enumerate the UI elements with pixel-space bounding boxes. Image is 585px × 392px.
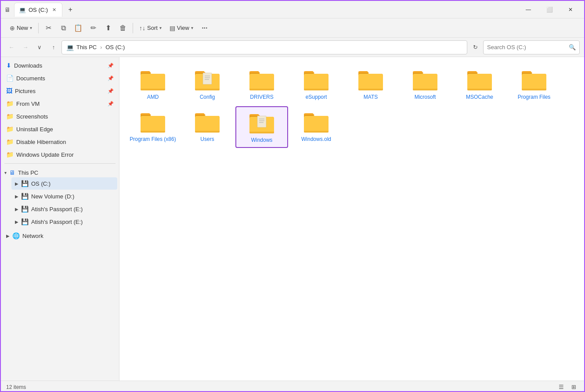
this-pc-expand-icon: ▾: [4, 170, 7, 175]
sidebar-label-downloads: Downloads: [14, 62, 105, 69]
list-view-button[interactable]: ☰: [556, 382, 567, 392]
refresh-button[interactable]: ↻: [469, 41, 481, 54]
passport-e1-drive-icon: 💾: [21, 205, 29, 212]
sidebar: ⬇ Downloads 📌 📄 Documents 📌 🖼 Pictures 📌…: [1, 57, 119, 381]
toolbar: ⊕ New ▾ ✂ ⧉ 📋 ✏ ⬆ 🗑 ↑↓ Sort ▾ ▤ View ▾ ·…: [1, 18, 584, 38]
pin-icon-pictures: 📌: [108, 88, 114, 94]
tab-os-c[interactable]: 💻 OS (C:) ✕: [14, 3, 62, 17]
new-volume-expand-icon: ▶: [15, 194, 18, 199]
sidebar-item-documents[interactable]: 📄 Documents 📌: [3, 72, 117, 84]
folder-item-mats[interactable]: MATS: [344, 64, 397, 104]
network-icon: 🌐: [12, 232, 20, 239]
view-button[interactable]: ▤ View ▾: [166, 21, 197, 35]
folder-item-program-files-(x86)[interactable]: Program Files (x86): [126, 106, 179, 148]
folder-label-program-files: Program Files: [518, 94, 551, 101]
sidebar-label-passport-e1: Atish's Passport (E:): [31, 206, 114, 212]
forward-button[interactable]: →: [19, 41, 32, 54]
search-input[interactable]: [487, 44, 566, 50]
pin-icon-documents: 📌: [108, 76, 114, 81]
folder-icon-drivers: [248, 68, 276, 92]
sidebar-item-downloads[interactable]: ⬇ Downloads 📌: [3, 59, 117, 72]
more-options-button[interactable]: ···: [198, 21, 212, 35]
sidebar-label-pictures: Pictures: [15, 88, 105, 94]
title-bar-controls: — ⬜ ✕: [518, 3, 581, 17]
folder-item-esupport[interactable]: eSupport: [290, 64, 343, 104]
sidebar-item-windows-update-error[interactable]: 📁 Windows Update Error: [3, 148, 117, 161]
uninstall-edge-icon: 📁: [6, 126, 14, 133]
folder-item-windows[interactable]: Windows: [235, 106, 288, 148]
folder-icon-esupport: [302, 68, 330, 92]
sort-caret-icon: ▾: [159, 25, 162, 30]
windows-update-error-icon: 📁: [6, 151, 14, 158]
breadcrumb-this-pc[interactable]: This PC: [76, 44, 97, 50]
folder-item-program-files[interactable]: Program Files: [508, 64, 560, 104]
folder-item-drivers[interactable]: DRIVERS: [235, 64, 288, 104]
title-bar-left: 🖥 💻 OS (C:) ✕ +: [4, 3, 518, 17]
sidebar-label-uninstall-edge: Uninstall Edge: [16, 126, 114, 133]
folder-item-config[interactable]: Config: [181, 64, 234, 104]
folder-label-program-files-(x86): Program Files (x86): [130, 136, 176, 143]
pin-icon-downloads: 📌: [108, 63, 114, 68]
sidebar-item-disable-hibernation[interactable]: 📁 Disable Hibernation: [3, 136, 117, 148]
paste-button[interactable]: 📋: [71, 21, 85, 35]
new-button[interactable]: ⊕ New ▾: [6, 21, 36, 35]
delete-button[interactable]: 🗑: [116, 21, 130, 35]
back-button[interactable]: ←: [5, 41, 18, 54]
sidebar-item-screenshots[interactable]: 📁 Screenshots: [3, 110, 117, 122]
folder-item-amd[interactable]: AMD: [126, 64, 179, 104]
sort-label: Sort: [147, 25, 158, 31]
sidebar-item-atish-passport-e1[interactable]: ▶ 💾 Atish's Passport (E:): [11, 203, 117, 215]
up-button[interactable]: ↑: [47, 41, 60, 54]
maximize-button[interactable]: ⬜: [539, 3, 560, 17]
cut-button[interactable]: ✂: [41, 21, 55, 35]
tab-close-button[interactable]: ✕: [51, 6, 58, 13]
address-input[interactable]: 💻 This PC › OS (C:): [61, 40, 467, 54]
status-bar: 12 items ☰ ⊞: [1, 381, 584, 392]
new-icon: ⊕: [10, 25, 15, 32]
sidebar-child-drives: ▶ 💾 OS (C:) ▶ 💾 New Volume (D:) ▶ 💾 Atis…: [1, 177, 119, 228]
network-expand-icon: ▶: [6, 234, 10, 238]
close-button[interactable]: ✕: [560, 3, 581, 17]
folder-label-amd: AMD: [147, 94, 159, 101]
folder-item-windows.old[interactable]: Windows.old: [290, 106, 343, 148]
folder-label-microsoft: Microsoft: [415, 94, 436, 101]
os-c-expand-icon: ▶: [15, 181, 18, 186]
folder-label-msocache: MSOCache: [466, 94, 493, 101]
sidebar-label-from-vm: From VM: [16, 101, 105, 107]
minimize-button[interactable]: —: [518, 3, 538, 17]
sidebar-item-pictures[interactable]: 🖼 Pictures 📌: [3, 85, 117, 97]
copy-button[interactable]: ⧉: [56, 21, 70, 35]
sidebar-section-this-pc[interactable]: ▾ 🖥 This PC: [1, 166, 119, 177]
folder-label-users: Users: [200, 136, 214, 143]
breadcrumb-os-c[interactable]: OS (C:): [105, 44, 125, 50]
sidebar-item-os-c[interactable]: ▶ 💾 OS (C:): [11, 177, 117, 190]
sidebar-item-new-volume-d[interactable]: ▶ 💾 New Volume (D:): [11, 190, 117, 202]
folder-icon-windows.old: [302, 110, 330, 134]
share-button[interactable]: ⬆: [101, 21, 115, 35]
search-box[interactable]: 🔍: [483, 40, 580, 54]
sidebar-item-network[interactable]: ▶ 🌐 Network: [3, 230, 117, 242]
folder-label-config: Config: [200, 94, 215, 101]
new-tab-button[interactable]: +: [64, 4, 76, 16]
view-caret-icon: ▾: [191, 25, 193, 30]
os-c-drive-icon: 💾: [21, 180, 29, 187]
passport-e2-expand-icon: ▶: [15, 219, 18, 224]
svg-rect-0: [203, 73, 212, 84]
folder-item-users[interactable]: Users: [181, 106, 234, 148]
sidebar-label-new-volume: New Volume (D:): [31, 193, 114, 200]
sidebar-label-os-c: OS (C:): [31, 180, 114, 187]
screenshots-icon: 📁: [6, 113, 14, 120]
rename-button[interactable]: ✏: [86, 21, 100, 35]
grid-view-button[interactable]: ⊞: [568, 382, 579, 392]
sidebar-item-atish-passport-e2[interactable]: ▶ 💾 Atish's Passport (E:): [11, 216, 117, 228]
folder-item-microsoft[interactable]: Microsoft: [399, 64, 451, 104]
sidebar-item-uninstall-edge[interactable]: 📁 Uninstall Edge: [3, 123, 117, 135]
folder-icon-amd: [139, 68, 167, 92]
folder-item-msocache[interactable]: MSOCache: [453, 64, 506, 104]
dropdown-button[interactable]: ∨: [33, 41, 46, 54]
sidebar-item-from-vm[interactable]: 📁 From VM 📌: [3, 97, 117, 110]
pictures-icon: 🖼: [6, 87, 12, 94]
folder-icon-mats: [357, 68, 385, 92]
sort-button[interactable]: ↑↓ Sort ▾: [136, 21, 165, 35]
folder-icon-microsoft: [411, 68, 439, 92]
